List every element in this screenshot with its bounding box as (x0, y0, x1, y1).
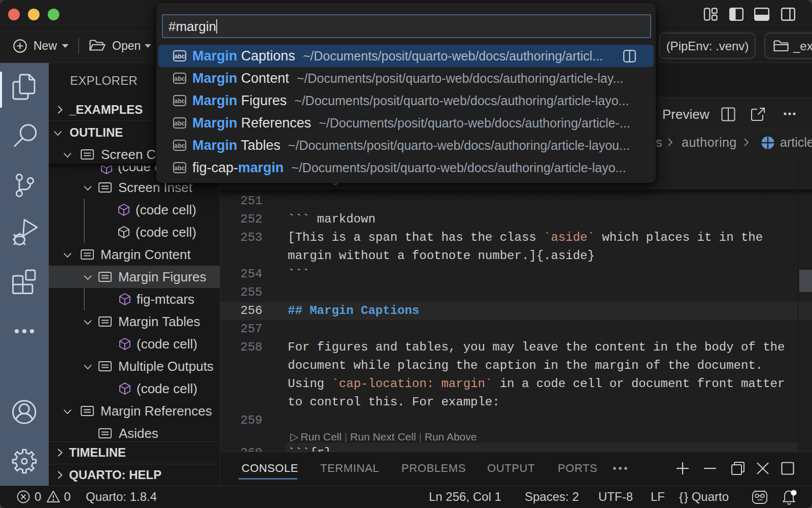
svg-text:abc: abc (174, 53, 185, 60)
svg-text:abc: abc (174, 98, 185, 105)
svg-text:abc: abc (174, 75, 185, 82)
svg-text:abc: abc (174, 165, 185, 172)
svg-text:abc: abc (174, 142, 185, 149)
svg-text:abc: abc (174, 120, 185, 127)
